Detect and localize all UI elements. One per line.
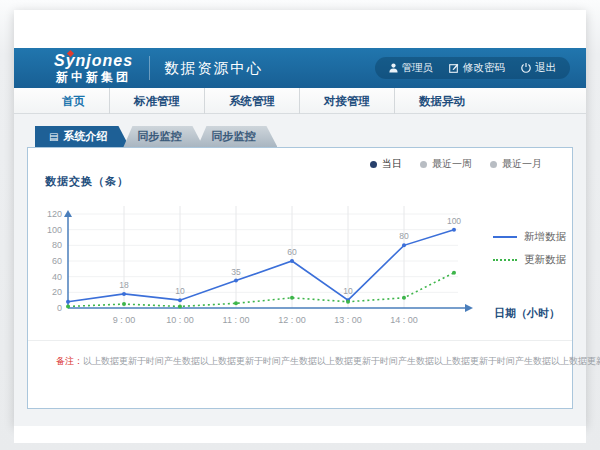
- nav-item-home[interactable]: 首页: [38, 88, 110, 114]
- brand-logo[interactable]: Synjones 新中新集团: [54, 53, 133, 83]
- content-area: ▤系统介绍 同步监控 同步监控 当日 最近一周 最近一月 数据: [14, 114, 586, 426]
- filter-last-month-label: 最近一月: [502, 157, 542, 171]
- svg-text:80: 80: [52, 240, 62, 250]
- logo-subtext: 新中新集团: [56, 71, 131, 83]
- chart-x-axis-title: 日期（小时）: [494, 306, 560, 321]
- svg-text:12 : 00: 12 : 00: [278, 315, 306, 325]
- nav-item-data-change[interactable]: 数据异动: [395, 88, 489, 114]
- legend-item-new-data[interactable]: 新增数据: [493, 230, 566, 244]
- filter-last-week[interactable]: 最近一周: [420, 157, 472, 171]
- app-window: Synjones 新中新集团 数据资源中心 管理员 修改密码: [14, 10, 586, 426]
- footnote-prefix: 备注：: [56, 356, 83, 366]
- tab-system-intro-label: 系统介绍: [63, 130, 107, 142]
- range-filter-group: 当日 最近一周 最近一月: [370, 157, 542, 171]
- legend-new-data-label: 新增数据: [524, 230, 566, 244]
- svg-text:60: 60: [52, 256, 62, 266]
- radio-dot-icon: [420, 161, 427, 168]
- filter-today[interactable]: 当日: [370, 157, 402, 171]
- svg-text:120: 120: [47, 209, 62, 219]
- logo-text: Synjones: [54, 53, 133, 69]
- main-nav: 首页 标准管理 系统管理 对接管理 数据异动: [14, 88, 586, 114]
- filter-today-label: 当日: [382, 157, 402, 171]
- footnote: 备注：以上数据更新于时间产生数据以上数据更新于时间产生数据以上数据更新于时间产生…: [56, 355, 600, 368]
- svg-text:14 : 00: 14 : 00: [390, 315, 418, 325]
- nav-item-system-mgmt[interactable]: 系统管理: [205, 88, 300, 114]
- tab-sync-monitor-1[interactable]: 同步监控: [123, 126, 203, 147]
- svg-text:20: 20: [52, 287, 62, 297]
- panel-icon: ▤: [49, 131, 58, 142]
- radio-dot-icon: [490, 161, 497, 168]
- footnote-body: 以上数据更新于时间产生数据以上数据更新于时间产生数据以上数据更新于时间产生数据以…: [83, 356, 600, 366]
- svg-text:10: 10: [175, 286, 185, 296]
- chart-y-axis-title: 数据交换（条）: [45, 174, 129, 189]
- user-menu-logout[interactable]: 退出: [521, 61, 556, 75]
- user-menu: 管理员 修改密码 退出: [375, 57, 571, 79]
- tab-bar: ▤系统介绍 同步监控 同步监控: [27, 126, 573, 147]
- user-menu-admin[interactable]: 管理员: [389, 61, 434, 75]
- legend-item-update-data[interactable]: 更新数据: [493, 253, 566, 267]
- filter-last-month[interactable]: 最近一月: [490, 157, 542, 171]
- window-bottom-strip: [14, 426, 586, 443]
- filter-last-week-label: 最近一周: [432, 157, 472, 171]
- top-strip: [14, 10, 586, 48]
- nav-item-standard-mgmt[interactable]: 标准管理: [110, 88, 205, 114]
- chart-canvas: 0204060801001209 : 0010 : 0011 : 0012 : …: [38, 190, 490, 336]
- svg-text:10: 10: [343, 286, 353, 296]
- legend-update-data-label: 更新数据: [524, 253, 566, 267]
- header-bar: Synjones 新中新集团 数据资源中心 管理员 修改密码: [14, 48, 586, 88]
- svg-text:13 : 00: 13 : 00: [334, 315, 362, 325]
- svg-text:100: 100: [447, 216, 461, 226]
- radio-dot-selected-icon: [370, 161, 377, 168]
- user-menu-logout-label: 退出: [535, 61, 556, 75]
- tab-system-intro[interactable]: ▤系统介绍: [35, 126, 129, 147]
- svg-text:11 : 00: 11 : 00: [223, 315, 250, 325]
- chart-panel: 当日 最近一周 最近一月 数据交换（条） 0204060801001209 : …: [27, 147, 573, 409]
- solid-line-icon: [493, 236, 517, 238]
- user-menu-change-password[interactable]: 修改密码: [449, 61, 505, 75]
- svg-text:10 : 00: 10 : 00: [166, 315, 194, 325]
- header-divider: [149, 56, 150, 80]
- app-title: 数据资源中心: [164, 59, 263, 78]
- logout-icon: [521, 63, 531, 73]
- note-divider: [28, 340, 572, 341]
- svg-text:40: 40: [52, 272, 62, 282]
- svg-text:60: 60: [287, 247, 297, 257]
- svg-text:35: 35: [231, 267, 241, 277]
- dotted-line-icon: [493, 259, 517, 261]
- svg-text:80: 80: [399, 231, 409, 241]
- svg-text:9 : 00: 9 : 00: [113, 315, 136, 325]
- tab-sync-monitor-2[interactable]: 同步监控: [197, 126, 277, 147]
- nav-item-interface-mgmt[interactable]: 对接管理: [300, 88, 395, 114]
- svg-text:18: 18: [119, 280, 129, 290]
- svg-text:0: 0: [57, 303, 62, 313]
- edit-icon: [449, 63, 459, 73]
- user-icon: [389, 63, 398, 73]
- chart-legend: 新增数据 更新数据: [493, 230, 566, 276]
- user-menu-change-password-label: 修改密码: [463, 61, 505, 75]
- user-menu-admin-label: 管理员: [402, 61, 434, 75]
- svg-text:100: 100: [47, 225, 62, 235]
